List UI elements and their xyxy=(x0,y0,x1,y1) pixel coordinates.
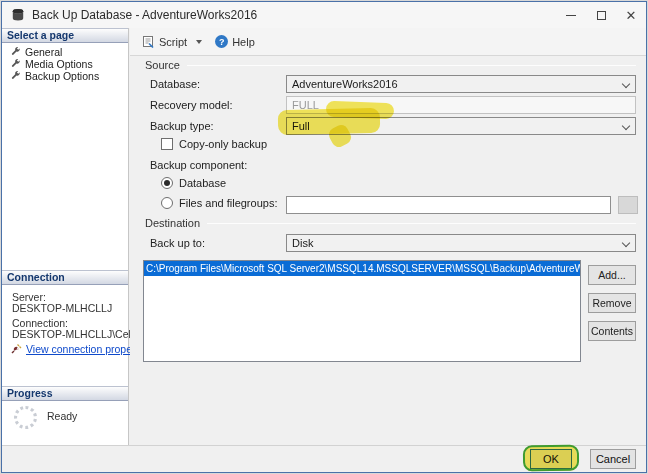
window-controls: ✕ xyxy=(556,2,646,28)
server-value: DESKTOP-MLHCLLJ xyxy=(12,302,112,314)
source-group-label: Source xyxy=(145,59,180,71)
script-dropdown-chevron-icon[interactable] xyxy=(196,40,202,44)
sidebar-item-backup-options[interactable]: Backup Options xyxy=(10,69,99,82)
minimize-icon xyxy=(566,15,576,16)
maximize-button[interactable] xyxy=(586,2,616,28)
component-database-label: Database xyxy=(179,177,226,189)
title-bar: Back Up Database - AdventureWorks2016 ✕ xyxy=(2,2,646,28)
checkbox-icon xyxy=(161,138,173,150)
chevron-down-icon xyxy=(622,80,630,88)
minimize-button[interactable] xyxy=(556,2,586,28)
connection-header: Connection xyxy=(2,270,128,285)
maximize-icon xyxy=(597,11,606,20)
dialog-toolbar: Script ? Help xyxy=(130,28,646,56)
destination-path-list[interactable]: C:\Program Files\Microsoft SQL Server2\M… xyxy=(143,260,581,362)
sidebar-item-label: General xyxy=(25,46,62,58)
cancel-button[interactable]: Cancel xyxy=(590,449,636,469)
component-database-radio[interactable]: Database xyxy=(161,177,226,189)
connection-plug-icon xyxy=(10,343,22,355)
progress-status: Ready xyxy=(47,410,77,422)
browse-button-disabled xyxy=(618,196,638,214)
wrench-icon xyxy=(10,58,21,69)
wrench-icon xyxy=(10,46,21,57)
database-label: Database: xyxy=(150,78,200,90)
script-button[interactable]: Script xyxy=(138,33,191,50)
group-divider xyxy=(207,223,636,224)
destination-group-label: Destination xyxy=(145,217,200,229)
chevron-down-icon xyxy=(622,122,630,130)
add-button[interactable]: Add... xyxy=(588,265,636,285)
backup-type-combo-value: Full xyxy=(292,120,310,132)
recovery-model-value: FULL xyxy=(292,99,319,111)
component-files-label: Files and filegroups: xyxy=(179,197,277,209)
remove-button[interactable]: Remove xyxy=(588,293,636,313)
dialog-footer: OK Cancel xyxy=(2,445,646,472)
copy-only-backup-checkbox[interactable]: Copy-only backup xyxy=(161,138,267,150)
chevron-down-icon xyxy=(622,239,630,247)
backup-component-label: Backup component: xyxy=(150,159,247,171)
files-filegroups-field xyxy=(286,196,611,214)
component-files-radio[interactable]: Files and filegroups: xyxy=(161,197,277,209)
back-up-to-combo-value: Disk xyxy=(292,237,313,249)
backup-type-label: Backup type: xyxy=(150,120,214,132)
connection-value: DESKTOP-MLHCLLJ\Celal xyxy=(12,328,139,340)
help-label: Help xyxy=(232,36,255,48)
ok-button[interactable]: OK xyxy=(530,449,572,469)
radio-selected-icon xyxy=(161,177,173,189)
database-icon xyxy=(11,8,25,22)
sidebar-item-label: Media Options xyxy=(25,58,93,70)
recovery-model-field: FULL xyxy=(286,96,636,114)
backup-type-combo[interactable]: Full xyxy=(286,117,636,135)
help-icon: ? xyxy=(215,35,228,48)
back-up-to-label: Back up to: xyxy=(150,237,205,249)
copy-only-backup-label: Copy-only backup xyxy=(179,138,267,150)
select-a-page-header: Select a page xyxy=(2,28,128,43)
help-button[interactable]: ? Help xyxy=(211,33,259,50)
close-button[interactable]: ✕ xyxy=(616,2,646,28)
database-combo-value: AdventureWorks2016 xyxy=(292,78,398,90)
script-label: Script xyxy=(159,36,187,48)
window-title: Back Up Database - AdventureWorks2016 xyxy=(32,8,556,22)
script-icon xyxy=(142,35,155,48)
main-panel: Script ? Help Source Database: Adventure… xyxy=(130,28,646,445)
wrench-icon xyxy=(10,70,21,81)
radio-unselected-icon xyxy=(161,197,173,209)
back-up-to-combo[interactable]: Disk xyxy=(286,234,636,252)
close-icon: ✕ xyxy=(626,9,637,22)
progress-header: Progress xyxy=(2,386,128,401)
backup-database-dialog: Back Up Database - AdventureWorks2016 ✕ … xyxy=(1,1,647,473)
contents-button[interactable]: Contents xyxy=(588,321,636,341)
destination-group-header: Destination xyxy=(145,217,636,229)
group-divider xyxy=(187,65,636,66)
sidebar: Select a page General Media Options Back… xyxy=(2,28,129,445)
progress-spinner-icon xyxy=(14,406,37,429)
recovery-model-label: Recovery model: xyxy=(150,99,233,111)
database-combo[interactable]: AdventureWorks2016 xyxy=(286,75,636,93)
sidebar-item-label: Backup Options xyxy=(25,70,99,82)
backup-path-item-selected[interactable]: C:\Program Files\Microsoft SQL Server2\M… xyxy=(144,261,580,276)
source-group-header: Source xyxy=(145,59,636,71)
